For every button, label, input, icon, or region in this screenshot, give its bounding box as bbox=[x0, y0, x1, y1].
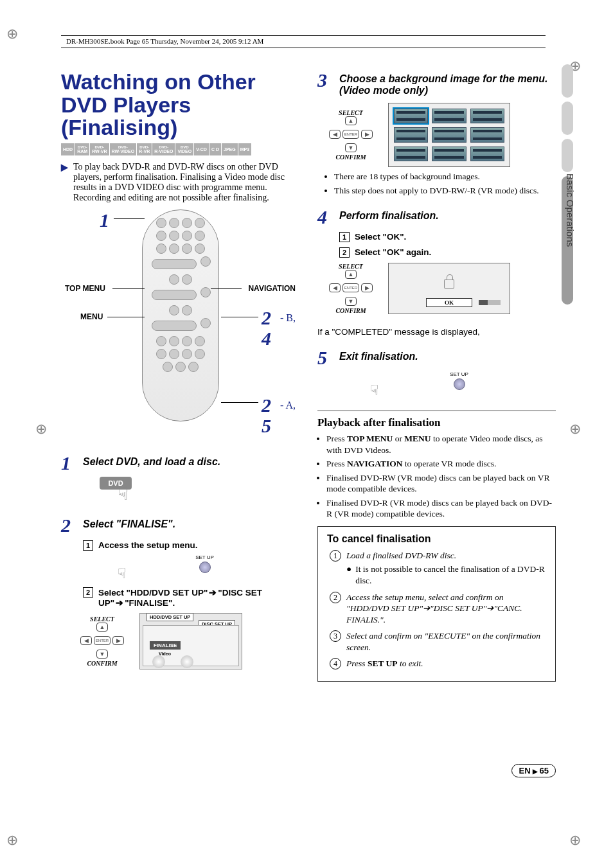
bg-thumb bbox=[470, 109, 504, 123]
page-footer: EN▶65 bbox=[511, 764, 556, 777]
ok-button: OK bbox=[426, 298, 472, 307]
step-number: 3 bbox=[317, 71, 333, 90]
remote-diagram: 1 TOP MENU MENU NAVIGATION 2 - B, 4 2 - … bbox=[61, 209, 299, 434]
cancel-step: 3 Select and confirm on "EXECUTE" on the… bbox=[330, 630, 546, 653]
callout-number: 2 bbox=[262, 394, 271, 416]
callout-label: TOP MENU bbox=[65, 284, 105, 293]
intro-paragraph: ▶ To play back DVD-R and DVD-RW discs on… bbox=[61, 162, 299, 203]
up-arrow-icon: ▲ bbox=[345, 270, 357, 279]
hand-icon: ☟ bbox=[370, 382, 556, 399]
crop-mark-icon: ⊕ bbox=[6, 26, 18, 42]
step-5: 5 Exit finalisation. SET UP ☟ bbox=[317, 348, 556, 399]
enter-button-icon: ENTER bbox=[342, 283, 359, 292]
step-2: 2 Select "FINALISE". 1 Access the setup … bbox=[61, 516, 299, 669]
substep-box: 2 bbox=[339, 247, 350, 258]
bullet-text: This step does not apply to DVD-RW/-R (V… bbox=[334, 185, 556, 197]
badge: DVDVIDEO bbox=[175, 143, 193, 155]
badge: DVD-R-VIDEO bbox=[152, 143, 175, 155]
section-heading: Playback after finalisation bbox=[317, 416, 556, 429]
select-label: SELECT bbox=[339, 263, 363, 270]
badge: DVD-RAM bbox=[75, 143, 89, 155]
setup-label: SET UP bbox=[362, 371, 556, 377]
cancel-step: 4 Press SET UP to exit. bbox=[330, 658, 546, 669]
cancel-step: 1 Load a finalised DVD-RW disc. ●It is n… bbox=[330, 550, 546, 587]
circle-number: 2 bbox=[330, 592, 341, 603]
down-arrow-icon: ▼ bbox=[345, 297, 357, 306]
circle-number: 4 bbox=[330, 658, 341, 669]
crop-mark-icon: ⊕ bbox=[6, 832, 18, 849]
hand-icon: ☟ bbox=[118, 565, 299, 582]
crop-mark-icon: ⊕ bbox=[569, 832, 581, 849]
substep-box: 2 bbox=[83, 587, 93, 598]
crop-mark-icon: ⊕ bbox=[35, 421, 47, 438]
bg-thumb bbox=[470, 146, 504, 161]
left-arrow-icon: ◀ bbox=[80, 636, 92, 645]
right-arrow-icon: ▶ bbox=[361, 130, 373, 139]
badge: DVD-RW-VR bbox=[90, 143, 109, 155]
step-number: 4 bbox=[317, 208, 333, 227]
cancel-box: To cancel finalisation 1 Load a finalise… bbox=[317, 526, 556, 682]
background-grid bbox=[388, 103, 510, 167]
finalise-item: FINALISE bbox=[150, 641, 181, 650]
hand-icon: ☟ bbox=[118, 483, 299, 504]
substep-text: Select "HDD/DVD SET UP"➔"DISC SET UP"➔"F… bbox=[98, 587, 299, 608]
setup-button-figure: SET UP ☟ bbox=[110, 554, 299, 582]
arrow-icon: ▶ bbox=[61, 162, 68, 203]
disc-icon bbox=[152, 655, 165, 668]
format-badges: HDD DVD-RAM DVD-RW-VR DVD-RW-VIDEO DVD-R… bbox=[61, 143, 299, 155]
sub-bullet: It is not possible to cancel the finalis… bbox=[355, 563, 546, 586]
page-title: Watching on Other DVD Players (Finalisin… bbox=[61, 71, 299, 139]
circle-number: 3 bbox=[330, 630, 341, 642]
setup-button-figure: SET UP ☟ bbox=[362, 371, 556, 399]
substep-box: 1 bbox=[339, 232, 350, 242]
right-arrow-icon: ▶ bbox=[112, 636, 124, 645]
step-title: Perform finalisation. bbox=[339, 208, 439, 222]
enter-button-icon: ENTER bbox=[94, 636, 111, 645]
bg-thumb bbox=[470, 127, 504, 142]
disc-icon bbox=[181, 655, 193, 668]
side-tab bbox=[562, 64, 573, 98]
confirm-label: CONFIRM bbox=[87, 660, 117, 667]
cancel-heading: To cancel finalisation bbox=[327, 533, 546, 545]
callout-label: MENU bbox=[80, 312, 103, 321]
confirm-label: CONFIRM bbox=[335, 154, 366, 161]
badge: C D bbox=[209, 143, 221, 155]
substep-text: Select "OK". bbox=[355, 232, 406, 242]
callout-number: 2 bbox=[262, 307, 271, 329]
bullet-text: There are 18 types of background images. bbox=[334, 171, 556, 182]
crop-mark-icon: ⊕ bbox=[569, 421, 581, 438]
left-column: Watching on Other DVD Players (Finalisin… bbox=[61, 71, 299, 797]
callout-number: 5 bbox=[262, 415, 271, 437]
right-column: 3 Choose a background image for the menu… bbox=[317, 71, 556, 797]
cancel-step: 2 Access the setup menu, select and conf… bbox=[330, 592, 546, 626]
bullet-text: Finalised DVD-R (VR mode) discs can be p… bbox=[326, 497, 556, 520]
lock-icon bbox=[444, 279, 454, 289]
side-tab bbox=[562, 139, 573, 172]
menu-tab: HDD/DVD SET UP bbox=[147, 613, 193, 621]
substep-text: Access the setup menu. bbox=[98, 540, 198, 551]
badge: MP3 bbox=[238, 143, 251, 155]
up-arrow-icon: ▲ bbox=[345, 116, 357, 125]
select-label: SELECT bbox=[339, 109, 363, 116]
up-arrow-icon: ▲ bbox=[96, 623, 108, 632]
bg-thumb bbox=[432, 109, 466, 123]
circle-number: 1 bbox=[330, 550, 341, 562]
dvd-button-figure: DVD ☟ bbox=[100, 477, 299, 504]
bg-thumb bbox=[394, 146, 428, 161]
right-arrow-icon: ▶ bbox=[361, 283, 373, 292]
step-number: 1 bbox=[61, 454, 76, 473]
substep-text: Select "OK" again. bbox=[355, 247, 431, 258]
completed-text: If a "COMPLETED" message is displayed, bbox=[317, 327, 556, 337]
ok-dialog-screenshot: OK bbox=[388, 263, 510, 314]
left-arrow-icon: ◀ bbox=[329, 130, 341, 139]
step-title: Exit finalisation. bbox=[339, 348, 418, 362]
callout-number: 4 bbox=[262, 328, 271, 350]
progress-bar bbox=[479, 300, 501, 305]
select-label: SELECT bbox=[90, 616, 114, 623]
bg-thumb-selected bbox=[394, 109, 428, 123]
callout-label: NAVIGATION bbox=[248, 284, 296, 293]
bg-thumb bbox=[432, 127, 466, 142]
setup-menu-screenshot: HDD/DVD SET UP DISC SET UP FINALISE Vide… bbox=[139, 613, 242, 669]
print-header: DR-MH300SE.book Page 65 Thursday, Novemb… bbox=[61, 35, 546, 48]
step-number: 2 bbox=[61, 516, 76, 535]
